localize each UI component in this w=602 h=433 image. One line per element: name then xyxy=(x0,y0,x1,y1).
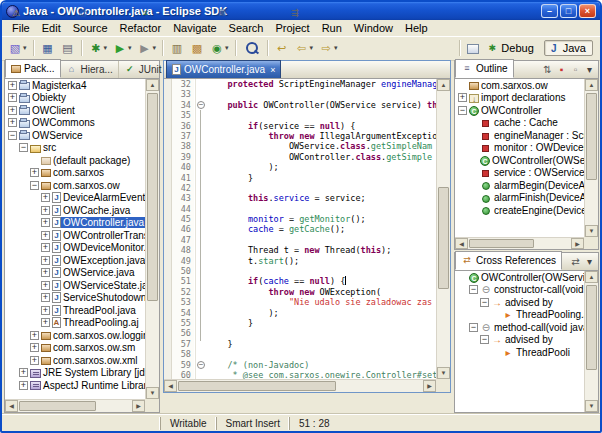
tab-hiera[interactable]: Hiera... xyxy=(61,61,119,78)
menu-item-refactor[interactable]: Refactor xyxy=(114,21,168,35)
last-edit-location-button[interactable]: ↩ xyxy=(272,38,292,59)
expand-icon[interactable]: + xyxy=(8,81,17,90)
tree-item[interactable]: +OWController.java xyxy=(6,217,145,230)
collapse-icon[interactable]: − xyxy=(19,143,28,152)
scroll-left-icon[interactable]: ◀ xyxy=(455,238,468,249)
new-java-project-button[interactable]: ▥ xyxy=(167,38,187,59)
scroll-up-icon[interactable]: ▲ xyxy=(146,79,159,91)
tab-cross-references[interactable]: Cross References xyxy=(455,251,562,270)
outline-vertical-scrollbar[interactable]: ▲ ▼ xyxy=(584,79,598,237)
tree-item[interactable]: +ServiceShutodownHo xyxy=(6,292,145,305)
tab-owcontroller-java[interactable]: OWController.java× xyxy=(166,60,281,78)
tree-item[interactable]: +OWCommons xyxy=(6,117,145,130)
menu-item-edit[interactable]: Edit xyxy=(36,21,67,35)
expand-icon[interactable]: + xyxy=(41,206,50,215)
expand-icon[interactable]: + xyxy=(41,193,50,202)
tree-item[interactable]: +com.sarxos.ow.xml xyxy=(6,354,145,367)
expand-icon[interactable]: + xyxy=(41,281,50,290)
tab-junit[interactable]: JUnit xyxy=(119,61,168,78)
tree-item[interactable]: +OWDeviceMonitor.java xyxy=(6,242,145,255)
tree-item[interactable]: +OWControllerTranspa xyxy=(6,229,145,242)
expand-icon[interactable]: + xyxy=(458,93,467,102)
outline-tree[interactable]: com.sarxos.ow+import declarations−OWCont… xyxy=(456,79,584,237)
scroll-down-icon[interactable]: ▼ xyxy=(585,400,598,412)
scroll-right-icon[interactable]: ▶ xyxy=(132,400,145,412)
expand-icon[interactable]: + xyxy=(41,268,50,277)
perspective-debug-button[interactable]: Debug xyxy=(482,40,540,56)
collapse-icon[interactable]: − xyxy=(30,181,39,190)
scroll-up-icon[interactable]: ▲ xyxy=(585,79,598,91)
tree-item[interactable]: ThreadPooli xyxy=(456,346,584,359)
expand-icon[interactable]: + xyxy=(30,356,39,365)
tree-item[interactable]: cache : Cache xyxy=(456,117,584,130)
collapse-icon[interactable]: − xyxy=(469,323,478,332)
tree-item[interactable]: +AspectJ Runtime Library xyxy=(6,379,145,392)
hide-static-icon[interactable]: ▫ xyxy=(569,62,582,77)
annotation-ruler[interactable] xyxy=(164,79,172,379)
tree-item[interactable]: com.sarxos.ow xyxy=(456,79,584,92)
print-button[interactable]: ▤ xyxy=(58,38,78,59)
tree-item[interactable]: +DeviceAlarmEvent.java xyxy=(6,192,145,205)
collapse-icon[interactable]: − xyxy=(458,106,467,115)
new-class-button[interactable]: ◉▾ xyxy=(207,38,232,59)
collapse-icon[interactable]: − xyxy=(480,298,489,307)
expand-icon[interactable]: + xyxy=(30,343,39,352)
tree-item[interactable]: engineManager : ScriptE xyxy=(456,129,584,142)
collapse-icon[interactable]: − xyxy=(8,131,17,140)
tab-pack[interactable]: Pack... xyxy=(5,59,61,78)
sort-icon[interactable]: ⇅ xyxy=(541,62,554,77)
scroll-up-icon[interactable]: ▲ xyxy=(585,271,598,283)
outline-horizontal-scrollbar[interactable]: ◀ ▶ xyxy=(455,237,584,249)
tree-item[interactable]: (default package) xyxy=(6,154,145,167)
tree-item[interactable]: +com.sarxos.ow.sm xyxy=(6,342,145,355)
tree-item[interactable]: +ThreadPool.java xyxy=(6,304,145,317)
editor-horizontal-scrollbar[interactable]: ◀ ▶ xyxy=(164,379,436,392)
tree-item[interactable]: ThreadPooling.a xyxy=(456,309,584,322)
tree-item[interactable]: service : OWService xyxy=(456,167,584,180)
tree-item[interactable]: +Obiekty xyxy=(6,92,145,105)
expand-icon[interactable]: + xyxy=(41,243,50,252)
expand-icon[interactable]: + xyxy=(41,318,50,327)
external-tools-button[interactable]: ▶▾ xyxy=(135,38,160,59)
scroll-left-icon[interactable]: ◀ xyxy=(5,400,18,412)
menu-item-window[interactable]: Window xyxy=(348,21,399,35)
expand-icon[interactable]: + xyxy=(30,331,39,340)
expand-icon[interactable]: + xyxy=(41,231,50,240)
run-button[interactable]: ▶▾ xyxy=(110,38,135,59)
tree-item[interactable]: +JRE System Library [jdk1.6.0 xyxy=(6,367,145,380)
expand-icon[interactable]: + xyxy=(41,293,50,302)
tree-item[interactable]: monitor : OWDeviceMon xyxy=(456,142,584,155)
menu-item-source[interactable]: Source xyxy=(67,21,114,35)
search-button[interactable] xyxy=(240,38,264,59)
tree-item[interactable]: +com.sarxos.ow.logging xyxy=(6,329,145,342)
view-menu-icon[interactable]: ▾ xyxy=(583,254,596,269)
tab-outline[interactable]: Outline xyxy=(455,59,514,78)
explorer-tree[interactable]: +Magisterka4+Obiekty+OWClient+OWCommons−… xyxy=(6,79,145,399)
expand-icon[interactable]: + xyxy=(19,368,28,377)
save-button[interactable]: ▦ xyxy=(38,38,58,59)
hide-fields-icon[interactable]: ▪ xyxy=(555,62,568,77)
editor-code[interactable]: protected ScriptEngineManager engineMana… xyxy=(207,79,436,379)
fold-collapse-icon[interactable]: − xyxy=(197,361,205,369)
tree-item[interactable]: OWController(OWService) xyxy=(456,271,584,284)
tree-item[interactable]: +ThreadPooling.aj xyxy=(6,317,145,330)
debug-button[interactable]: ✱▾ xyxy=(86,38,111,59)
tree-item[interactable]: −OWService xyxy=(6,129,145,142)
xref-tree[interactable]: OWController(OWService)−constructor-call… xyxy=(456,271,584,411)
menu-item-file[interactable]: File xyxy=(6,21,36,35)
expand-icon[interactable]: + xyxy=(8,118,17,127)
xref-vertical-scrollbar[interactable]: ▲ ▼ xyxy=(584,271,598,412)
new-package-button[interactable]: ▩ xyxy=(187,38,207,59)
scroll-right-icon[interactable]: ▶ xyxy=(423,380,436,392)
tree-item[interactable]: +com.sarxos xyxy=(6,167,145,180)
expand-icon[interactable]: + xyxy=(41,256,50,265)
editor-line-numbers[interactable]: 3233343536373839404142434445464748495051… xyxy=(172,79,194,379)
editor-fold-ruler[interactable]: −− xyxy=(195,79,207,379)
close-button[interactable] xyxy=(579,4,596,18)
forward-button[interactable]: ⇨▾ xyxy=(316,38,341,59)
menu-item-help[interactable]: Help xyxy=(399,21,434,35)
expand-icon[interactable]: + xyxy=(30,168,39,177)
menu-item-navigate[interactable]: Navigate xyxy=(167,21,222,35)
explorer-horizontal-scrollbar[interactable]: ◀ ▶ xyxy=(5,399,145,412)
expand-icon[interactable]: + xyxy=(8,106,17,115)
